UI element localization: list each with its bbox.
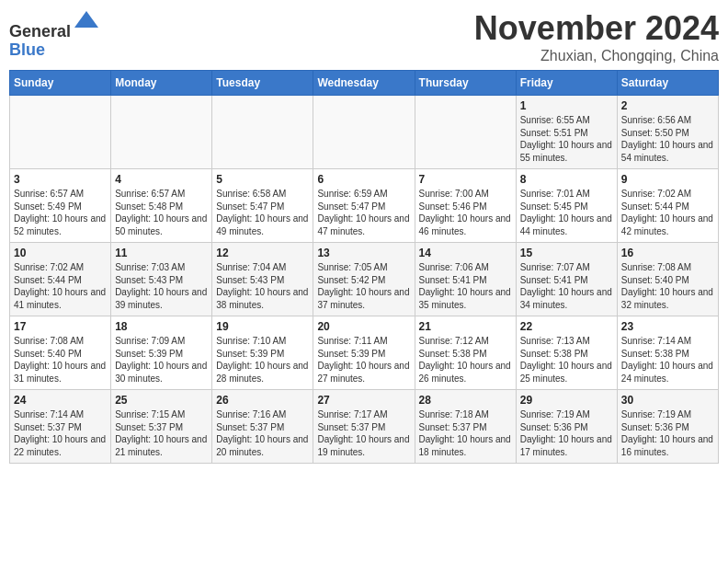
logo: General Blue — [9, 13, 100, 60]
day-info: Sunrise: 6:59 AM Sunset: 5:47 PM Dayligh… — [317, 188, 410, 237]
day-number: 11 — [115, 247, 208, 259]
calendar-cell: 28Sunrise: 7:18 AM Sunset: 5:37 PM Dayli… — [415, 390, 516, 464]
calendar-cell: 25Sunrise: 7:15 AM Sunset: 5:37 PM Dayli… — [111, 390, 212, 464]
day-info: Sunrise: 7:03 AM Sunset: 5:43 PM Dayligh… — [115, 261, 208, 311]
day-info: Sunrise: 6:55 AM Sunset: 5:51 PM Dayligh… — [520, 114, 613, 164]
calendar-week-3: 10Sunrise: 7:02 AM Sunset: 5:44 PM Dayli… — [10, 243, 719, 316]
day-info: Sunrise: 7:00 AM Sunset: 5:46 PM Dayligh… — [419, 188, 512, 237]
day-info: Sunrise: 7:01 AM Sunset: 5:45 PM Dayligh… — [520, 188, 613, 237]
header-thursday: Thursday — [415, 71, 516, 96]
calendar-cell: 22Sunrise: 7:13 AM Sunset: 5:38 PM Dayli… — [516, 316, 617, 390]
day-info: Sunrise: 7:08 AM Sunset: 5:40 PM Dayligh… — [621, 261, 714, 311]
day-number: 26 — [216, 394, 309, 407]
day-number: 6 — [317, 173, 410, 186]
day-info: Sunrise: 6:56 AM Sunset: 5:50 PM Dayligh… — [621, 114, 714, 164]
day-info: Sunrise: 7:05 AM Sunset: 5:42 PM Dayligh… — [317, 261, 410, 311]
day-number: 12 — [216, 247, 309, 259]
day-number: 25 — [115, 394, 208, 407]
calendar-cell: 10Sunrise: 7:02 AM Sunset: 5:44 PM Dayli… — [10, 243, 111, 316]
calendar-cell: 14Sunrise: 7:06 AM Sunset: 5:41 PM Dayli… — [415, 243, 516, 316]
calendar-cell: 4Sunrise: 6:57 AM Sunset: 5:48 PM Daylig… — [111, 169, 212, 243]
day-info: Sunrise: 7:11 AM Sunset: 5:39 PM Dayligh… — [317, 335, 410, 385]
day-number: 1 — [520, 99, 613, 112]
calendar-cell: 13Sunrise: 7:05 AM Sunset: 5:42 PM Dayli… — [313, 243, 415, 316]
day-info: Sunrise: 6:58 AM Sunset: 5:47 PM Dayligh… — [216, 188, 309, 237]
day-info: Sunrise: 7:19 AM Sunset: 5:36 PM Dayligh… — [520, 408, 613, 458]
calendar-week-4: 17Sunrise: 7:08 AM Sunset: 5:40 PM Dayli… — [10, 316, 719, 390]
calendar-cell: 30Sunrise: 7:19 AM Sunset: 5:36 PM Dayli… — [617, 390, 718, 464]
day-info: Sunrise: 7:09 AM Sunset: 5:39 PM Dayligh… — [115, 335, 208, 385]
day-info: Sunrise: 7:19 AM Sunset: 5:36 PM Dayligh… — [621, 408, 714, 458]
header-wednesday: Wednesday — [313, 71, 415, 96]
day-number: 15 — [520, 247, 613, 259]
day-info: Sunrise: 6:57 AM Sunset: 5:49 PM Dayligh… — [14, 188, 107, 237]
day-info: Sunrise: 7:02 AM Sunset: 5:44 PM Dayligh… — [621, 188, 714, 237]
header-sunday: Sunday — [10, 71, 111, 96]
location-title: Zhuxian, Chongqing, China — [474, 48, 719, 64]
title-block: November 2024 Zhuxian, Chongqing, China — [474, 9, 719, 64]
header-saturday: Saturday — [617, 71, 718, 96]
calendar-cell: 27Sunrise: 7:17 AM Sunset: 5:37 PM Dayli… — [313, 390, 415, 464]
day-info: Sunrise: 7:13 AM Sunset: 5:38 PM Dayligh… — [520, 335, 613, 385]
calendar-header-row: SundayMondayTuesdayWednesdayThursdayFrid… — [10, 71, 719, 96]
calendar-cell: 24Sunrise: 7:14 AM Sunset: 5:37 PM Dayli… — [10, 390, 111, 464]
day-info: Sunrise: 7:12 AM Sunset: 5:38 PM Dayligh… — [419, 335, 512, 385]
calendar-cell: 26Sunrise: 7:16 AM Sunset: 5:37 PM Dayli… — [212, 390, 313, 464]
calendar-cell: 6Sunrise: 6:59 AM Sunset: 5:47 PM Daylig… — [313, 169, 415, 243]
day-number: 27 — [317, 394, 410, 407]
day-number: 23 — [621, 320, 714, 333]
day-number: 13 — [317, 247, 410, 259]
day-number: 29 — [520, 394, 613, 407]
day-info: Sunrise: 7:15 AM Sunset: 5:37 PM Dayligh… — [115, 408, 208, 458]
day-number: 17 — [14, 320, 107, 333]
day-info: Sunrise: 7:08 AM Sunset: 5:40 PM Dayligh… — [14, 335, 107, 385]
calendar-week-1: 1Sunrise: 6:55 AM Sunset: 5:51 PM Daylig… — [10, 96, 719, 169]
day-number: 30 — [621, 394, 714, 407]
day-info: Sunrise: 7:16 AM Sunset: 5:37 PM Dayligh… — [216, 408, 309, 458]
calendar-cell: 23Sunrise: 7:14 AM Sunset: 5:38 PM Dayli… — [617, 316, 718, 390]
calendar-cell: 5Sunrise: 6:58 AM Sunset: 5:47 PM Daylig… — [212, 169, 313, 243]
svg-marker-0 — [74, 11, 98, 28]
calendar-table: SundayMondayTuesdayWednesdayThursdayFrid… — [9, 70, 719, 464]
calendar-cell: 20Sunrise: 7:11 AM Sunset: 5:39 PM Dayli… — [313, 316, 415, 390]
day-number: 20 — [317, 320, 410, 333]
day-info: Sunrise: 7:17 AM Sunset: 5:37 PM Dayligh… — [317, 408, 410, 458]
calendar-cell: 2Sunrise: 6:56 AM Sunset: 5:50 PM Daylig… — [617, 96, 718, 169]
day-number: 8 — [520, 173, 613, 186]
calendar-week-2: 3Sunrise: 6:57 AM Sunset: 5:49 PM Daylig… — [10, 169, 719, 243]
calendar-cell — [415, 96, 516, 169]
calendar-cell: 9Sunrise: 7:02 AM Sunset: 5:44 PM Daylig… — [617, 169, 718, 243]
day-number: 19 — [216, 320, 309, 333]
day-info: Sunrise: 7:18 AM Sunset: 5:37 PM Dayligh… — [419, 408, 512, 458]
calendar-cell: 16Sunrise: 7:08 AM Sunset: 5:40 PM Dayli… — [617, 243, 718, 316]
calendar-cell: 19Sunrise: 7:10 AM Sunset: 5:39 PM Dayli… — [212, 316, 313, 390]
header-tuesday: Tuesday — [212, 71, 313, 96]
calendar-cell: 18Sunrise: 7:09 AM Sunset: 5:39 PM Dayli… — [111, 316, 212, 390]
day-info: Sunrise: 7:14 AM Sunset: 5:37 PM Dayligh… — [14, 408, 107, 458]
day-info: Sunrise: 7:04 AM Sunset: 5:43 PM Dayligh… — [216, 261, 309, 311]
logo-icon — [73, 9, 100, 37]
calendar-cell — [212, 96, 313, 169]
calendar-cell: 7Sunrise: 7:00 AM Sunset: 5:46 PM Daylig… — [415, 169, 516, 243]
calendar-cell: 8Sunrise: 7:01 AM Sunset: 5:45 PM Daylig… — [516, 169, 617, 243]
day-number: 21 — [419, 320, 512, 333]
month-title: November 2024 — [474, 9, 719, 48]
calendar-cell: 21Sunrise: 7:12 AM Sunset: 5:38 PM Dayli… — [415, 316, 516, 390]
day-info: Sunrise: 7:06 AM Sunset: 5:41 PM Dayligh… — [419, 261, 512, 311]
day-number: 7 — [419, 173, 512, 186]
calendar-week-5: 24Sunrise: 7:14 AM Sunset: 5:37 PM Dayli… — [10, 390, 719, 464]
day-info: Sunrise: 7:10 AM Sunset: 5:39 PM Dayligh… — [216, 335, 309, 385]
calendar-cell: 29Sunrise: 7:19 AM Sunset: 5:36 PM Dayli… — [516, 390, 617, 464]
day-number: 14 — [419, 247, 512, 259]
day-number: 16 — [621, 247, 714, 259]
day-number: 28 — [419, 394, 512, 407]
calendar-cell — [111, 96, 212, 169]
day-number: 24 — [14, 394, 107, 407]
day-number: 9 — [621, 173, 714, 186]
calendar-cell — [313, 96, 415, 169]
day-info: Sunrise: 6:57 AM Sunset: 5:48 PM Dayligh… — [115, 188, 208, 237]
day-number: 5 — [216, 173, 309, 186]
calendar-cell — [10, 96, 111, 169]
day-number: 3 — [14, 173, 107, 186]
day-info: Sunrise: 7:02 AM Sunset: 5:44 PM Dayligh… — [14, 261, 107, 311]
